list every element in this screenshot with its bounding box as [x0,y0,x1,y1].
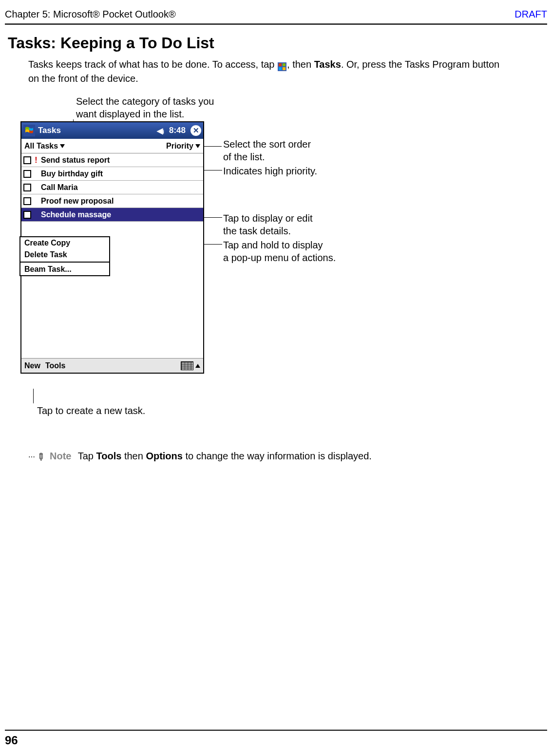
category-filter-label: All Tasks [24,142,58,151]
note-options-bold: Options [146,451,183,461]
note-text-3: to change the way information is display… [183,451,372,461]
context-delete-task[interactable]: Delete Task [20,249,109,261]
device-screenshot: Tasks ◀ᵢ 8:48 ✕ All Tasks Priority ! Sen… [20,121,204,374]
device-command-bar: New Tools [21,358,203,373]
callout-popup-l2: a pop-up menu of actions. [223,252,336,263]
start-flag-icon[interactable] [23,125,35,136]
context-beam-task[interactable]: Beam Task... [20,264,109,275]
tools-button[interactable]: Tools [45,361,65,370]
intro-paragraph: Tasks keeps track of what has to be done… [28,57,503,86]
intro-text-2: , then [287,59,314,70]
category-filter[interactable]: All Tasks [24,142,65,151]
section-heading: Tasks: Keeping a To Do List [8,34,214,52]
note-text-2: then [121,451,146,461]
callout-popup-l1: Tap and hold to display [223,240,323,250]
filter-bar: All Tasks Priority [21,139,203,153]
page-header: Chapter 5: Microsoft® Pocket Outlook® DR… [5,9,547,20]
menu-divider [20,262,109,263]
speaker-icon[interactable]: ◀ᵢ [157,126,164,135]
note-label: Note [50,451,71,461]
chapter-text: Chapter 5: Microsoft® Pocket Outlook® [5,9,176,19]
clock[interactable]: 8:48 [169,126,186,135]
svg-rect-4 [283,67,286,70]
chevron-down-icon [60,144,65,148]
keyboard-icon[interactable] [181,361,193,370]
chevron-down-icon [195,144,200,148]
chevron-up-icon[interactable] [195,364,200,368]
task-row[interactable]: ! Send status report [21,153,203,167]
chapter-title: Chapter 5: Microsoft® Pocket Outlook® [5,9,176,20]
svg-rect-1 [279,63,282,66]
checkbox[interactable] [23,184,31,191]
callout-edit-l1: Tap to display or edit [223,213,312,224]
svg-rect-3 [279,67,282,70]
device-titlebar: Tasks ◀ᵢ 8:48 ✕ [21,122,203,139]
checkbox[interactable] [23,156,31,164]
callout-priority: Indicates high priority. [223,165,317,177]
task-row[interactable]: Call Maria [21,181,203,194]
task-label: Send status report [41,156,110,165]
intro-text-1: Tasks keeps track of what has to be done… [28,59,277,70]
callout-edit: Tap to display or edit the task details. [223,212,312,237]
priority-icon: ! [34,156,38,165]
callout-new: Tap to create a new task. [37,404,145,417]
callout-sort-l1: Select the sort order [223,139,311,150]
checkbox[interactable] [23,170,31,178]
note-icon: ⋯✎ [28,451,45,463]
task-row[interactable]: Buy birthday gift [21,167,203,181]
sort-filter[interactable]: Priority [166,142,200,151]
close-icon[interactable]: ✕ [190,125,201,136]
start-menu-icon [278,61,286,70]
checkbox[interactable] [23,211,31,219]
footer-divider [5,730,547,731]
callout-edit-l2: the task details. [223,226,291,236]
task-label: Proof new proposal [41,197,114,206]
task-label: Buy birthday gift [41,170,103,178]
callout-line [33,389,34,403]
task-list: ! Send status report Buy birthday gift C… [21,153,203,358]
checkbox[interactable] [23,197,31,205]
task-label: Call Maria [41,183,78,192]
header-divider [5,23,547,25]
callout-sort: Select the sort order of the list. [223,138,311,163]
app-title: Tasks [38,126,61,135]
task-row[interactable]: Proof new proposal [21,194,203,208]
callout-popup: Tap and hold to display a pop-up menu of… [223,239,336,264]
new-button[interactable]: New [24,361,40,370]
context-menu: Create Copy Delete Task Beam Task... [19,236,110,276]
callout-category: Select the category of tasks you want di… [76,95,217,120]
task-row-selected[interactable]: Schedule massage [21,208,203,222]
sort-filter-label: Priority [166,142,193,151]
page-number: 96 [5,734,18,747]
draft-watermark: DRAFT [514,9,547,20]
tasks-bold: Tasks [314,59,341,70]
note-section: ⋯✎ Note Tap Tools then Options to change… [28,451,503,463]
callout-sort-l2: of the list. [223,151,265,162]
task-label: Schedule massage [41,210,111,219]
note-text-1: Tap [78,451,96,461]
note-tools-bold: Tools [96,451,121,461]
svg-rect-2 [283,63,286,66]
context-create-copy[interactable]: Create Copy [20,237,109,249]
